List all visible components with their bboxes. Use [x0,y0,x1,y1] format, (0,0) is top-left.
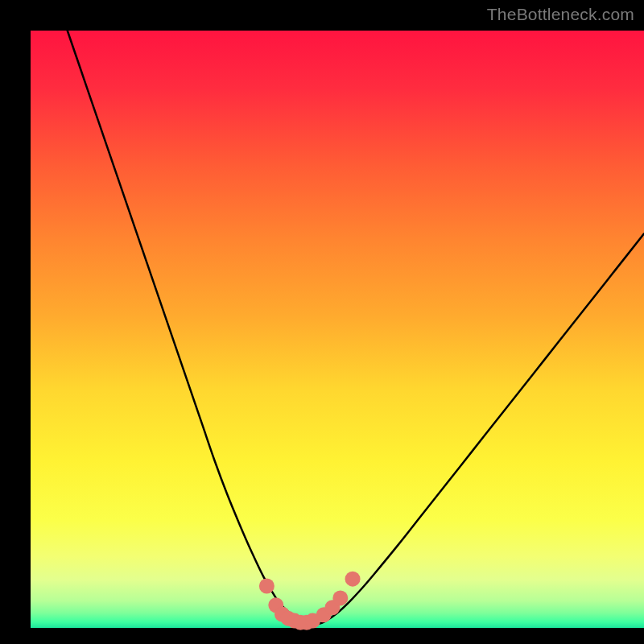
watermark-text: TheBottleneck.com [487,5,634,24]
valley-marker [345,572,361,587]
valley-marker [332,590,348,605]
valley-marker [259,579,275,594]
gradient-background [31,31,644,628]
chart-stage: TheBottleneck.com [0,0,644,644]
bottleneck-chart [0,0,644,644]
